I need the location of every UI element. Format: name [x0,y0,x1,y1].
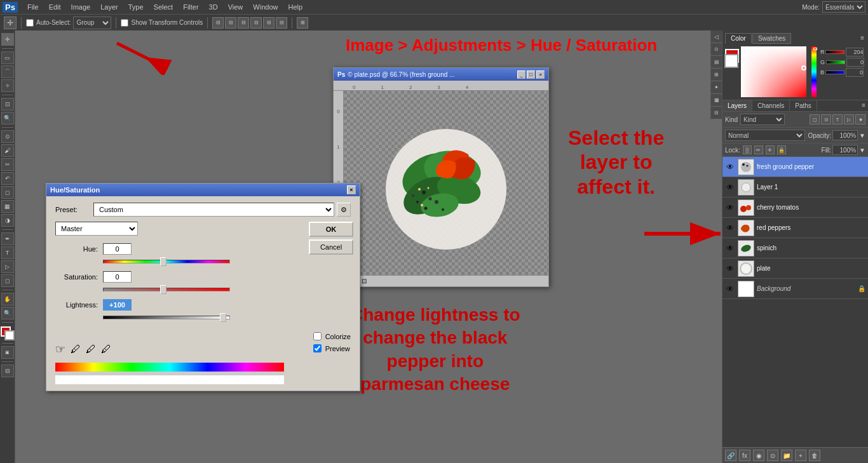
colorize-checkbox[interactable] [313,332,322,340]
tab-color[interactable]: Color [725,33,752,44]
spot-heal-tool[interactable]: ⊙ [1,130,14,143]
zoom-tool[interactable]: 🔍 [1,307,14,319]
r-track[interactable] [825,50,844,54]
blend-mode-select[interactable]: Normal [725,130,805,141]
b-track[interactable] [825,70,844,74]
select-rect-tool[interactable]: ▭ [1,51,14,64]
lasso-tool[interactable]: ⌒ [1,65,14,78]
eyedropper-tool[interactable]: 🔍 [1,112,14,124]
lock-transparent-btn[interactable]: ▒ [743,145,752,154]
layer-style-btn[interactable]: fx [739,450,750,461]
dodge-tool[interactable]: ◑ [1,214,14,227]
filter-smart-btn[interactable]: ★ [855,114,865,124]
sat-slider-track[interactable] [103,285,230,294]
panel-icon-6[interactable]: ⊟ [711,107,722,119]
ok-button[interactable]: OK [309,222,353,237]
eye-layer1[interactable]: 👁 [725,182,735,192]
hue-input[interactable]: 0 [103,243,132,255]
minimize-btn[interactable]: _ [517,70,526,79]
hand-tool[interactable]: ✋ [1,293,14,305]
panel-icon-4[interactable]: ✦ [711,81,722,94]
menu-3d[interactable]: 3D [205,2,222,12]
tab-channels[interactable]: Channels [752,100,790,111]
preset-select[interactable]: Custom [93,203,334,217]
menu-filter[interactable]: Filter [179,2,203,12]
lock-position-btn[interactable]: ✛ [766,145,775,154]
sat-thumb[interactable] [160,285,166,294]
menu-file[interactable]: File [23,2,43,12]
opacity-arrow[interactable]: ▼ [859,132,865,139]
layer-item-cherry[interactable]: 👁 cherry tomatos [722,198,868,218]
g-track[interactable] [826,60,845,64]
channel-select[interactable]: Master [55,222,138,236]
type-tool[interactable]: T [1,246,14,259]
layer-mask-btn[interactable]: ◉ [753,450,764,461]
fill-arrow[interactable]: ▼ [859,147,865,154]
tab-paths[interactable]: Paths [790,100,817,111]
eraser-tool[interactable]: ◻ [1,186,14,199]
panel-icon-3[interactable]: ⊞ [711,69,722,81]
hue-slider-track[interactable] [103,257,230,266]
crop-tool[interactable]: ⊡ [1,98,14,111]
new-layer-btn[interactable]: + [795,450,806,461]
panel-icon-1[interactable]: ⊙ [711,43,722,56]
layer-item-plate[interactable]: 👁 plate [722,258,868,279]
menu-layer[interactable]: Layer [96,2,123,12]
kind-select[interactable]: Kind [740,114,785,125]
color-panel-menu-btn[interactable]: ≡ [859,33,865,44]
eye-spinich[interactable]: 👁 [725,243,735,253]
layer-item-spinich[interactable]: 👁 spinich [722,238,868,258]
filter-shape-btn[interactable]: ▷ [844,114,854,124]
light-slider-track[interactable] [103,313,230,322]
color-spectrum-bar[interactable] [811,46,817,97]
adjustment-layer-btn[interactable]: ⊙ [767,450,778,461]
history-tool[interactable]: ↶ [1,172,14,185]
eye-background[interactable]: 👁 [725,284,735,294]
cancel-button[interactable]: Cancel [309,239,353,255]
restore-btn[interactable]: □ [527,70,535,79]
clone-tool[interactable]: ✂ [1,158,14,171]
eye-red-peppers[interactable]: 👁 [725,223,735,233]
screen-mode-btn[interactable]: ⊟ [1,365,14,377]
group-select[interactable]: Group [73,17,111,29]
layer-item-layer1[interactable]: 👁 Layer 1 [722,177,868,198]
align-btn[interactable]: ⊟ [212,17,224,29]
auto-select-checkbox[interactable] [26,19,34,27]
link-layers-btn[interactable]: 🔗 [725,450,736,461]
lock-pixels-btn[interactable]: ✏ [754,145,763,154]
bg-color-swatch[interactable] [4,330,15,340]
opacity-input[interactable]: 100% [832,130,858,140]
eye-cherry[interactable]: 👁 [725,203,735,213]
arrange-btn[interactable]: ⊞ [297,17,308,29]
menu-view[interactable]: View [224,2,248,12]
color-gradient-picker[interactable] [741,46,806,97]
layer-item-background[interactable]: 👁 Background 🔒 [722,279,868,299]
r-input[interactable] [846,48,864,57]
panel-icon-5[interactable]: ▦ [711,94,722,107]
preview-checkbox[interactable] [313,344,322,352]
eyedropper-icon[interactable]: 🖊 [71,344,81,355]
align-btn-2[interactable]: ⊟ [225,17,236,29]
eyedropper-plus-icon[interactable]: 🖊 [86,344,96,355]
layer-item-red-peppers[interactable]: 👁 red peppers [722,218,868,238]
tab-swatches[interactable]: Swatches [752,33,791,44]
layers-panel-menu-btn[interactable]: ≡ [859,100,868,111]
filter-adjust-btn[interactable]: ⊙ [821,114,831,124]
menu-help[interactable]: Help [283,2,307,12]
menu-select[interactable]: Select [149,2,178,12]
filter-type-btn[interactable]: T [832,114,843,124]
gradient-tool[interactable]: ▦ [1,200,14,213]
lightness-input[interactable]: +100 [103,299,132,311]
layer-item-fresh-ground[interactable]: 👁 fresh ground pepper [722,157,868,177]
menu-edit[interactable]: Edit [44,2,65,12]
b-input[interactable] [846,68,864,77]
lock-all-btn[interactable]: 🔒 [777,145,786,154]
preset-gear-btn[interactable]: ⚙ [337,203,351,217]
eyedropper-minus-icon[interactable]: 🖊 [101,344,111,355]
pen-tool[interactable]: ✒ [1,232,14,245]
saturation-input[interactable]: 0 [103,271,132,283]
quick-mask-btn[interactable]: ▣ [1,346,14,359]
transform-checkbox[interactable] [121,19,128,27]
g-input[interactable] [846,58,864,67]
align-btn-3[interactable]: ⊟ [238,17,249,29]
